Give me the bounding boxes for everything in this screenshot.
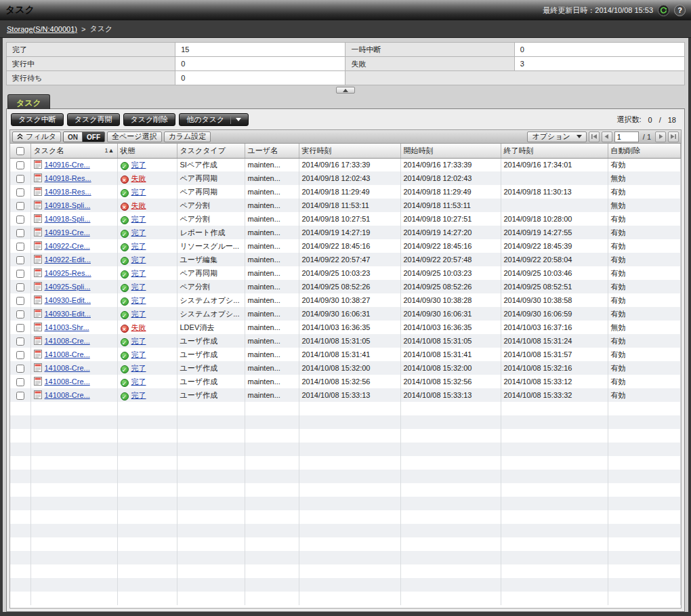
task-name-link[interactable]: 140922-Edit... [45, 255, 91, 264]
task-name-link[interactable]: 140918-Res... [45, 174, 91, 182]
status-link[interactable]: 完了 [131, 310, 146, 318]
refresh-icon[interactable] [658, 5, 669, 16]
task-name-link[interactable]: 140930-Edit... [45, 310, 91, 318]
status-link[interactable]: 完了 [131, 242, 146, 250]
task-name-link[interactable]: 140918-Res... [45, 188, 91, 196]
task-name-link[interactable]: 140930-Edit... [45, 296, 91, 304]
filter-off-button[interactable]: OFF [83, 132, 104, 142]
summary-row: 実行中 0 失敗 3 [7, 57, 685, 71]
column-header-task-name[interactable]: タスク名1▲ [30, 144, 117, 158]
row-checkbox[interactable] [16, 310, 24, 319]
row-checkbox[interactable] [16, 175, 24, 183]
status-cell: ×失敗 [117, 321, 177, 334]
row-checkbox[interactable] [16, 256, 24, 264]
row-checkbox[interactable] [16, 378, 24, 386]
column-settings-button[interactable]: カラム設定 [164, 131, 211, 142]
task-name-link[interactable]: 140919-Cre... [45, 228, 90, 237]
task-name-link[interactable]: 140925-Res... [45, 269, 91, 277]
row-checkbox[interactable] [16, 188, 24, 197]
column-header-auto-delete[interactable]: 自動削除 [608, 144, 681, 158]
filter-on-button[interactable]: ON [64, 132, 83, 142]
empty-cell [299, 578, 400, 592]
row-checkbox[interactable] [16, 202, 24, 210]
row-checkbox[interactable] [16, 392, 24, 400]
empty-cell [10, 443, 30, 456]
select-all-checkbox[interactable] [16, 147, 24, 155]
tab-tasks[interactable]: タスク [7, 94, 50, 109]
task-name-link[interactable]: 140918-Spli... [45, 201, 91, 209]
task-name-link[interactable]: 141008-Cre... [45, 337, 90, 345]
prev-page-button[interactable] [602, 131, 612, 142]
empty-cell [30, 592, 117, 605]
help-icon[interactable]: ? [674, 5, 686, 16]
status-link[interactable]: 完了 [131, 296, 146, 304]
task-name-link[interactable]: 140918-Spli... [45, 215, 91, 223]
resume-task-button[interactable]: タスク再開 [67, 113, 120, 126]
status-link[interactable]: 完了 [131, 350, 146, 358]
task-name-link[interactable]: 141008-Cre... [45, 364, 90, 372]
table-row: 140918-Spli...✓完了ペア分割mainten...2014/09/1… [10, 212, 681, 226]
suspend-task-button[interactable]: タスク中断 [11, 113, 64, 126]
status-link[interactable]: 完了 [131, 255, 146, 264]
collapse-summary-button[interactable] [336, 87, 355, 94]
first-page-button[interactable] [589, 131, 600, 142]
row-checkbox[interactable] [16, 229, 24, 237]
task-name-link[interactable]: 141008-Cre... [45, 391, 90, 399]
status-link[interactable]: 完了 [131, 161, 146, 169]
breadcrumb-root-link[interactable]: Storage(S/N:400001) [7, 25, 77, 33]
task-table-container: タスク名1▲ 状態 タスクタイプ ユーザ名 実行時刻 開始時刻 終了時刻 自動削… [9, 144, 682, 609]
select-all-pages-button[interactable]: 全ページ選択 [107, 131, 162, 142]
more-tasks-dropdown[interactable]: 他のタスク [179, 113, 249, 126]
empty-cell [117, 415, 177, 429]
status-link[interactable]: 完了 [131, 228, 146, 237]
empty-cell [10, 456, 30, 470]
status-link[interactable]: 完了 [131, 337, 146, 345]
empty-cell [608, 470, 681, 483]
row-checkbox[interactable] [16, 351, 24, 359]
task-name-link[interactable]: 140925-Spli... [45, 283, 91, 291]
status-link[interactable]: 失敗 [131, 201, 146, 209]
row-checkbox[interactable] [16, 283, 24, 291]
status-link[interactable]: 失敗 [131, 323, 146, 331]
filter-button[interactable]: フィルタ [12, 131, 61, 142]
task-name-link[interactable]: 140916-Cre... [45, 161, 90, 169]
row-checkbox[interactable] [16, 324, 24, 332]
column-header-exec-time[interactable]: 実行時刻 [299, 144, 400, 158]
column-header-start-time[interactable]: 開始時刻 [400, 144, 501, 158]
options-dropdown[interactable]: オプション [527, 131, 586, 142]
status-link[interactable]: 失敗 [131, 174, 146, 182]
empty-cell [245, 483, 299, 497]
delete-task-button[interactable]: タスク削除 [123, 113, 176, 126]
task-name-link[interactable]: 141008-Cre... [45, 377, 90, 386]
row-checkbox[interactable] [16, 161, 24, 169]
task-name-link[interactable]: 140922-Cre... [45, 242, 90, 250]
row-checkbox[interactable] [16, 215, 24, 224]
row-checkbox[interactable] [16, 365, 24, 373]
empty-cell [30, 470, 117, 483]
task-name-link[interactable]: 141008-Cre... [45, 350, 90, 358]
task-icon [34, 323, 42, 333]
empty-row [10, 551, 681, 564]
column-header-task-type[interactable]: タスクタイプ [177, 144, 245, 158]
row-checkbox[interactable] [16, 270, 24, 278]
exec-time-cell: 2014/10/08 15:33:13 [299, 388, 400, 402]
column-header-status[interactable]: 状態 [117, 144, 177, 158]
status-link[interactable]: 完了 [131, 283, 146, 291]
status-link[interactable]: 完了 [131, 215, 146, 223]
next-page-button[interactable] [655, 131, 666, 142]
empty-cell [10, 564, 30, 578]
row-checkbox[interactable] [16, 297, 24, 305]
last-page-button[interactable] [668, 131, 679, 142]
status-link[interactable]: 完了 [131, 269, 146, 277]
row-checkbox[interactable] [16, 243, 24, 251]
status-link[interactable]: 完了 [131, 377, 146, 386]
column-header-user-name[interactable]: ユーザ名 [245, 144, 299, 158]
status-link[interactable]: 完了 [131, 188, 146, 196]
empty-cell [608, 415, 681, 429]
page-number-input[interactable] [614, 131, 639, 142]
row-checkbox[interactable] [16, 337, 24, 346]
status-link[interactable]: 完了 [131, 364, 146, 372]
task-name-link[interactable]: 141003-Shr... [45, 323, 89, 331]
column-header-end-time[interactable]: 終了時刻 [501, 144, 608, 158]
status-link[interactable]: 完了 [131, 391, 146, 399]
